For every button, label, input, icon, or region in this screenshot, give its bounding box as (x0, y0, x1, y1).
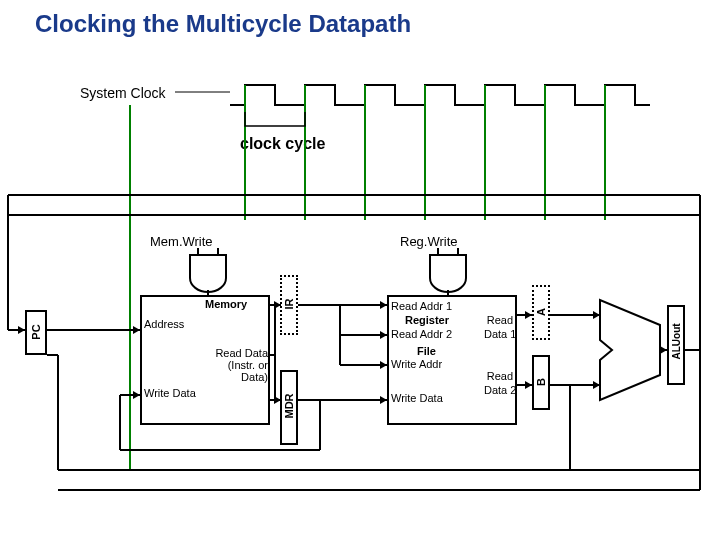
alu-shape (600, 300, 660, 400)
regwrite-and-gate (430, 248, 466, 297)
svg-marker-16 (18, 326, 25, 334)
svg-marker-43 (380, 396, 387, 404)
svg-marker-35 (380, 301, 387, 309)
svg-marker-18 (133, 326, 140, 334)
svg-marker-38 (380, 331, 387, 339)
svg-marker-54 (593, 311, 600, 319)
bus-rails (8, 195, 700, 490)
svg-marker-58 (660, 346, 667, 354)
clock-waveform-icon (230, 85, 650, 105)
svg-marker-41 (380, 361, 387, 369)
svg-marker-56 (593, 381, 600, 389)
svg-marker-50 (525, 311, 532, 319)
svg-marker-52 (525, 381, 532, 389)
datapath-diagram (0, 0, 720, 540)
memwrite-and-gate (190, 248, 226, 297)
svg-marker-48 (133, 391, 140, 399)
